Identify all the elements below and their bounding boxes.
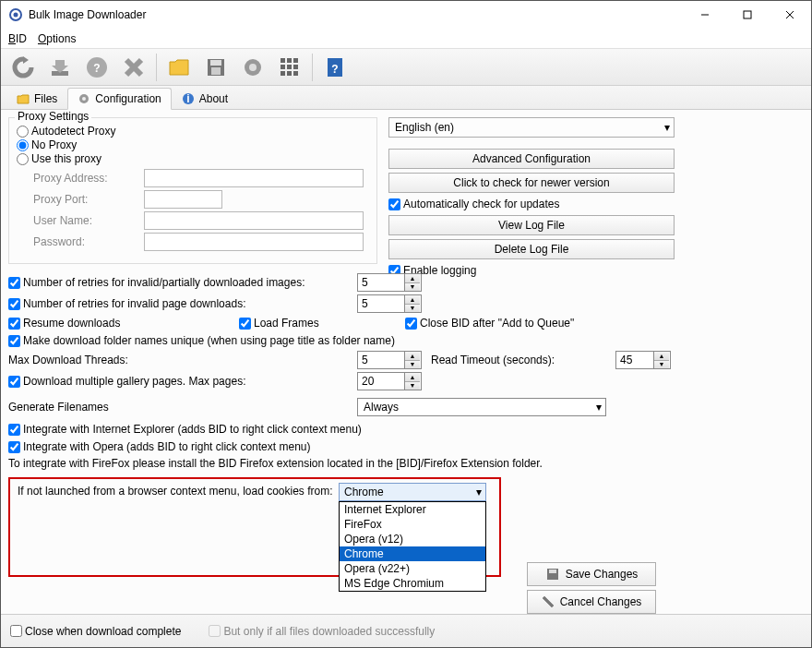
- gear-icon[interactable]: [236, 52, 269, 83]
- svg-rect-34: [549, 570, 556, 573]
- proxy-legend: Proxy Settings: [15, 110, 91, 123]
- proxy-user-input[interactable]: [144, 211, 364, 230]
- svg-rect-23: [293, 65, 298, 69]
- svg-rect-24: [281, 71, 285, 76]
- svg-point-30: [82, 97, 86, 101]
- cookie-option[interactable]: FireFox: [340, 517, 485, 532]
- svg-marker-8: [52, 60, 68, 73]
- help-icon[interactable]: ?: [80, 52, 113, 83]
- unique-folder-checkbox[interactable]: Make download folder names unique (when …: [8, 334, 395, 347]
- spin-up-icon[interactable]: ▲: [405, 274, 420, 283]
- folder-icon[interactable]: [162, 52, 196, 83]
- maxthreads-spinner[interactable]: ▲▼: [357, 351, 422, 369]
- check-version-button[interactable]: Click to check for newer version: [388, 173, 675, 193]
- svg-text:i: i: [186, 92, 189, 105]
- app-icon: [8, 7, 23, 22]
- genfilenames-select[interactable]: Always▾: [357, 398, 606, 416]
- download-icon[interactable]: [43, 52, 77, 83]
- svg-rect-20: [293, 58, 298, 63]
- retries-page-checkbox[interactable]: Number of retries for invalid page downl…: [8, 297, 329, 310]
- readtimeout-label: Read Timeout (seconds):: [431, 354, 615, 366]
- retries-img-checkbox[interactable]: Number of retries for invalid/partially …: [8, 276, 329, 289]
- close-when-done-checkbox[interactable]: Close when download complete: [10, 625, 181, 638]
- info-icon[interactable]: ?: [318, 52, 352, 83]
- cancel-small-icon: [542, 595, 555, 608]
- cookie-option[interactable]: Chrome: [340, 546, 485, 561]
- footer: Close when download complete But only if…: [1, 614, 811, 647]
- loadframes-checkbox[interactable]: Load Frames: [239, 317, 405, 330]
- retries-img-spinner[interactable]: ▲▼: [357, 273, 422, 292]
- config-panel: Proxy Settings Autodetect Proxy No Proxy…: [1, 110, 811, 614]
- right-column: English (en)▾ Advanced Configuration Cli…: [388, 117, 675, 280]
- refresh-icon[interactable]: [6, 52, 40, 83]
- proxy-settings-group: Proxy Settings Autodetect Proxy No Proxy…: [8, 117, 377, 264]
- multigallery-spinner[interactable]: ▲▼: [357, 372, 422, 390]
- closebid-checkbox[interactable]: Close BID after "Add to Queue": [405, 317, 574, 330]
- proxy-port-label: Proxy Port:: [33, 193, 144, 206]
- svg-text:?: ?: [331, 63, 338, 76]
- proxy-user-label: User Name:: [33, 214, 144, 227]
- minimize-button[interactable]: [684, 1, 726, 29]
- auto-check-checkbox[interactable]: Automatically check for updates: [388, 198, 675, 210]
- svg-point-1: [14, 13, 18, 18]
- proxy-port-input[interactable]: [144, 190, 222, 209]
- svg-rect-14: [210, 60, 221, 66]
- proxy-pass-input[interactable]: [144, 233, 364, 251]
- cookie-option[interactable]: Opera (v12): [340, 532, 485, 546]
- proxy-pass-label: Password:: [33, 235, 144, 248]
- cookie-option[interactable]: Opera (v22+): [340, 561, 485, 576]
- menu-bid[interactable]: BID: [8, 32, 27, 45]
- toolbar: ? ?: [1, 49, 811, 86]
- proxy-address-input[interactable]: [144, 169, 364, 187]
- svg-point-17: [249, 64, 257, 71]
- readtimeout-spinner[interactable]: ▲▼: [615, 351, 671, 369]
- genfilenames-label: Generate Filenames: [8, 401, 357, 414]
- stop-icon[interactable]: [117, 52, 150, 83]
- tab-configuration[interactable]: Configuration: [67, 88, 171, 110]
- svg-text:?: ?: [93, 62, 100, 75]
- tabbar: Files Configuration i About: [1, 86, 811, 110]
- save-changes-button[interactable]: Save Changes: [527, 562, 656, 586]
- cancel-changes-button[interactable]: Cancel Changes: [527, 590, 656, 614]
- retries-page-spinner[interactable]: ▲▼: [357, 294, 422, 313]
- menubar: BID Options: [1, 29, 811, 49]
- only-if-success-checkbox[interactable]: But only if all files downloaded success…: [209, 625, 435, 638]
- grid-icon[interactable]: [273, 52, 306, 83]
- view-log-button[interactable]: View Log File: [388, 215, 675, 235]
- chevron-down-icon: ▾: [476, 486, 482, 498]
- chevron-down-icon: ▾: [596, 401, 602, 414]
- svg-rect-25: [287, 71, 292, 76]
- radio-noproxy[interactable]: No Proxy: [17, 138, 369, 151]
- radio-usethis[interactable]: Use this proxy: [17, 152, 369, 165]
- tab-files[interactable]: Files: [6, 88, 67, 110]
- tab-files-label: Files: [34, 92, 57, 105]
- save-icon[interactable]: [199, 52, 233, 83]
- save-small-icon: [545, 567, 560, 582]
- language-select[interactable]: English (en)▾: [388, 117, 675, 138]
- advanced-config-button[interactable]: Advanced Configuration: [388, 149, 675, 169]
- svg-marker-6: [23, 56, 29, 64]
- menu-options[interactable]: Options: [38, 32, 76, 45]
- spin-down-icon[interactable]: ▼: [405, 283, 420, 292]
- cookies-group: If not launched from a browser context m…: [8, 477, 501, 577]
- tab-configuration-label: Configuration: [95, 92, 161, 105]
- resume-checkbox[interactable]: Resume downloads: [8, 317, 239, 330]
- maximize-button[interactable]: [726, 1, 769, 29]
- tab-about[interactable]: i About: [172, 88, 238, 110]
- cookie-option[interactable]: MS Edge Chromium: [340, 576, 485, 591]
- svg-rect-3: [744, 11, 751, 18]
- svg-line-36: [543, 597, 553, 606]
- proxy-address-label: Proxy Address:: [33, 172, 144, 185]
- cookies-select[interactable]: Chrome▾ Internet Explorer FireFox Opera …: [339, 483, 486, 592]
- radio-autodetect[interactable]: Autodetect Proxy: [17, 125, 369, 138]
- multigallery-checkbox[interactable]: Download multiple gallery pages. Max pag…: [8, 375, 357, 388]
- svg-rect-19: [287, 58, 292, 63]
- svg-rect-26: [293, 71, 298, 76]
- svg-rect-18: [281, 58, 285, 63]
- delete-log-button[interactable]: Delete Log File: [388, 239, 675, 259]
- close-button[interactable]: [769, 1, 811, 29]
- integrate-ie-checkbox[interactable]: Integrate with Internet Explorer (adds B…: [8, 423, 362, 436]
- integrate-opera-checkbox[interactable]: Integrate with Opera (adds BID to right …: [8, 440, 310, 453]
- svg-rect-22: [287, 65, 292, 69]
- cookie-option[interactable]: Internet Explorer: [340, 502, 485, 517]
